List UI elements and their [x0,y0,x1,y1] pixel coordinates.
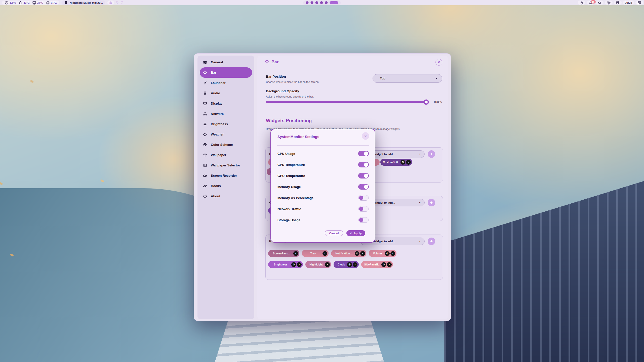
dialog-row-network-traffic: Network Traffic [277,205,369,213]
bar-position-select[interactable]: Top ▼ [373,74,442,83]
network-icon [203,112,207,116]
widget-settings-icon[interactable]: ⚙ [355,251,359,256]
remove-widget-icon[interactable]: ✕ [387,262,392,267]
section-divider [261,287,444,287]
pause-icon[interactable] [64,1,68,5]
widget-settings-icon[interactable]: ⚙ [291,262,296,267]
workspace-dot[interactable] [320,1,323,4]
widget-chip-sidepanelt[interactable]: SidePanelT...⚙✕ [361,261,393,268]
opacity-desc: Adjust the background opacity of the bar… [266,95,314,98]
heart-icon[interactable]: ♡ [116,1,119,5]
widget-chip-brightness[interactable]: Brightness⚙✕ [268,261,303,268]
sidebar-item-audio[interactable]: Audio [200,88,252,98]
widget-chip-screenreco[interactable]: ScreenReco...✕ [268,250,299,257]
sidebar-item-general[interactable]: General [200,57,252,67]
workspace-active[interactable] [330,1,338,4]
tray-app-icon[interactable] [578,1,585,5]
remove-widget-icon[interactable]: ✕ [293,251,298,256]
bar-position-label: Bar Position [266,75,286,78]
dashboard-button[interactable] [635,1,643,5]
opacity-slider[interactable] [266,101,428,103]
skull-icon[interactable]: ☠ [107,1,114,5]
workspace-indicator[interactable] [303,1,341,5]
widget-chip-custombutt[interactable]: CustomButt...⚙✕ [380,159,412,166]
remove-widget-icon[interactable]: ✕ [325,262,330,267]
sidebar-item-wallpaper-selector[interactable]: Wallpaper Selector [200,160,252,170]
sidebar-item-screen-recorder[interactable]: Screen Recorder [200,170,252,181]
media-title: Nightcore Music Mix 20... [70,1,103,4]
sidebar-item-wallpaper[interactable]: Wallpaper [200,150,252,160]
widget-chip-tray[interactable]: Tray✕ [302,250,329,257]
header-divider [257,69,448,69]
settings-sidebar: GeneralBarLauncherAudioDisplayNetworkBri… [197,56,254,319]
remove-widget-icon[interactable]: ✕ [323,251,327,256]
toggle-cpu-temperature[interactable] [358,162,369,167]
sidebar-item-color-scheme[interactable]: Color Scheme [200,140,252,150]
sidebar-item-weather[interactable]: Weather [200,129,252,140]
dialog-close-button[interactable]: ✕ [362,132,369,140]
widget-settings-icon[interactable]: ⚙ [400,160,405,165]
slider-knob[interactable] [424,99,429,105]
palette-icon [203,143,207,147]
dialog-row-memory-usage: Memory Usage [277,183,369,191]
add-widget-button[interactable]: + [428,238,435,245]
widget-chip-volume[interactable]: Volume⚙✕ [369,250,396,257]
widgets-positioning-heading: Widgets Positioning [266,118,312,123]
remove-widget-icon[interactable]: ✕ [360,251,365,256]
dialog-row-storage-usage: Storage Usage [277,216,369,224]
close-settings-button[interactable]: ✕ [435,59,442,66]
widget-chip-clock[interactable]: Clock⚙✕ [334,261,359,268]
workspace-dot[interactable] [306,1,309,4]
workspace-dot[interactable] [311,1,313,4]
opacity-label: Background Opacity [266,89,299,93]
sidebar-item-brightness[interactable]: Brightness [200,119,252,129]
widget-chip-nightlight[interactable]: NightLight✕ [305,261,331,268]
chip-icon [46,1,50,5]
sidebar-item-display[interactable]: Display [200,98,252,109]
bar-position-desc: Choose where to place the bar on the scr… [266,80,319,83]
opacity-value: 100% [433,100,442,104]
volume-button[interactable] [596,1,603,5]
chevron-down-icon: ▼ [419,240,421,243]
stat-flame: 43°C [18,1,30,5]
weather-icon [203,132,207,137]
sidebar-item-hooks[interactable]: Hooks [200,181,252,191]
sidebar-item-about[interactable]: About [200,191,252,201]
workspace-dot[interactable] [325,1,328,4]
toggle-cpu-usage[interactable] [358,151,369,156]
system-stats-pill[interactable]: 1.8%43°C38°C9.7G [2,1,59,5]
remove-widget-icon[interactable]: ✕ [297,262,302,267]
workspace-dot[interactable] [315,1,318,4]
sliders-icon [203,60,207,64]
toggle-memory-usage[interactable] [358,184,369,190]
widget-settings-icon[interactable]: ⚙ [385,251,390,256]
toggle-gpu-temperature[interactable] [358,173,369,178]
night-light-button[interactable] [614,1,622,5]
remove-widget-icon[interactable]: ✕ [406,160,411,165]
clock[interactable]: 00:28 [623,1,634,5]
widget-chip-notification[interactable]: Notification...⚙✕ [331,250,366,257]
widget-settings-icon[interactable]: ⚙ [381,262,386,267]
top-bar: 1.8%43°C38°C9.7G Nightcore Music Mix 20.… [0,0,644,5]
add-widget-button[interactable]: + [428,199,435,206]
brightness-button[interactable] [605,1,613,5]
add-widget-button[interactable]: + [428,150,435,158]
widget-settings-icon[interactable]: ⚙ [347,262,352,267]
dialog-row-gpu-temperature: GPU Temperature [277,172,369,179]
remove-widget-icon[interactable]: ✕ [390,251,395,256]
sidebar-item-launcher[interactable]: Launcher [200,78,252,88]
media-player-pill[interactable]: Nightcore Music Mix 20... [61,1,105,5]
cancel-button[interactable]: Cancel [325,230,343,236]
sidebar-item-bar[interactable]: Bar [200,67,252,78]
toggle-storage-usage[interactable] [358,217,369,223]
apply-button[interactable]: ✓ Apply [346,230,365,236]
notifications-button[interactable]: 10 [587,1,594,5]
link-icon [203,184,207,188]
sidebar-item-network[interactable]: Network [200,109,252,119]
toggle-memory-as-percentage[interactable] [358,195,369,201]
heart-icon[interactable]: ♡ [120,1,123,5]
brightness-icon [203,122,207,126]
oval-icon [203,71,207,75]
remove-widget-icon[interactable]: ✕ [353,262,357,267]
toggle-network-traffic[interactable] [358,206,369,212]
